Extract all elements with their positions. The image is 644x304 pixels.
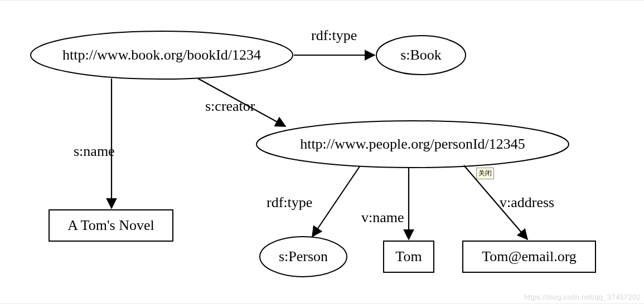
label-tom: Tom xyxy=(395,248,422,265)
label-email: Tom@email.org xyxy=(482,248,577,265)
label-s-name: s:name xyxy=(74,143,115,160)
close-tooltip[interactable]: 关闭 xyxy=(476,168,494,179)
label-s-creator: s:creator xyxy=(205,98,255,115)
watermark-text: https://blog.csdn.net/qq_37457202 xyxy=(524,293,641,301)
label-rdf-type-person: rdf:type xyxy=(267,194,312,211)
label-s-person: s:Person xyxy=(279,248,328,265)
label-novel: A Tom's Novel xyxy=(67,217,154,234)
rdf-graph-diagram: http://www.book.org/bookId/1234 s:Book h… xyxy=(0,0,644,304)
label-rdf-type-book: rdf:type xyxy=(311,27,357,44)
edge-rdf-type-person xyxy=(312,166,360,237)
label-v-name: v:name xyxy=(361,209,404,226)
label-person-uri: http://www.people.org/personId/12345 xyxy=(300,136,525,153)
label-s-book: s:Book xyxy=(400,47,442,63)
label-book-uri: http://www.book.org/bookId/1234 xyxy=(62,47,261,63)
label-v-address: v:address xyxy=(500,194,554,211)
